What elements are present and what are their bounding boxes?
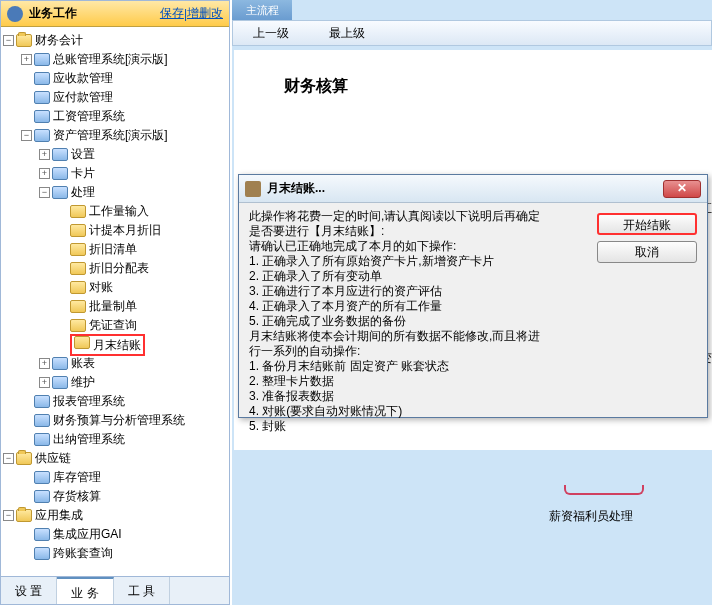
expand-icon[interactable]: + (39, 377, 50, 388)
nav-tree: −财务会计 +总账管理系统[演示版] 应收款管理 应付款管理 工资管理系统 −资… (1, 27, 229, 569)
collapse-icon[interactable]: − (21, 130, 32, 141)
folder-icon (70, 319, 86, 332)
folder-icon (34, 471, 50, 484)
tree-node[interactable]: 对账 (89, 279, 113, 296)
nav-bar: 上一级 最上级 (232, 20, 712, 46)
collapse-icon[interactable]: − (3, 35, 14, 46)
folder-icon (34, 395, 50, 408)
folder-icon (70, 243, 86, 256)
collapse-icon[interactable]: − (3, 510, 14, 521)
tree-node[interactable]: 应付款管理 (53, 89, 113, 106)
folder-icon (34, 433, 50, 446)
modify-link[interactable]: 增删改 (187, 5, 223, 22)
tree-node[interactable]: 库存管理 (53, 469, 101, 486)
sidebar: 业务工作 保存 | 增删改 −财务会计 +总账管理系统[演示版] 应收款管理 应… (0, 0, 230, 605)
folder-icon (52, 186, 68, 199)
tree-node[interactable]: 维护 (71, 374, 95, 391)
tree-node[interactable]: 处理 (71, 184, 95, 201)
tab-settings[interactable]: 设 置 (1, 577, 57, 604)
folder-icon (34, 72, 50, 85)
user-icon (7, 6, 23, 22)
folder-icon (34, 91, 50, 104)
tree-node[interactable]: 集成应用GAI (53, 526, 122, 543)
dialog-text: 此操作将花费一定的时间,请认真阅读以下说明后再确定 是否要进行【月末结账】: 请… (249, 209, 597, 434)
nav-top-button[interactable]: 最上级 (329, 25, 365, 42)
folder-open-icon (16, 509, 32, 522)
tree-node[interactable]: 跨账套查询 (53, 545, 113, 562)
tree-node[interactable]: 总账管理系统[演示版] (53, 51, 168, 68)
folder-open-icon (16, 452, 32, 465)
tree-node[interactable]: 资产管理系统[演示版] (53, 127, 168, 144)
tree-node[interactable]: 批量制单 (89, 298, 137, 315)
sidebar-header: 业务工作 保存 | 增删改 (1, 1, 229, 27)
tree-node[interactable]: 应收款管理 (53, 70, 113, 87)
sidebar-tabs: 设 置 业 务 工 具 (1, 576, 229, 604)
tree-node[interactable]: 存货核算 (53, 488, 101, 505)
tree-node[interactable]: 账表 (71, 355, 95, 372)
tree-node[interactable]: 财务会计 (35, 32, 83, 49)
folder-icon (52, 167, 68, 180)
tree-node[interactable]: 工资管理系统 (53, 108, 125, 125)
collapse-icon[interactable]: − (3, 453, 14, 464)
tree-node[interactable]: 供应链 (35, 450, 71, 467)
folder-icon (34, 129, 50, 142)
highlighted-node: 月末结账 (70, 334, 145, 356)
folder-icon (70, 281, 86, 294)
label-text: 薪资福利员处理 (549, 508, 633, 525)
tree-node[interactable]: 凭证查询 (89, 317, 137, 334)
tree-node[interactable]: 折旧分配表 (89, 260, 149, 277)
expand-icon[interactable]: + (39, 358, 50, 369)
folder-icon (70, 205, 86, 218)
start-button[interactable]: 开始结账 (597, 213, 697, 235)
cancel-button[interactable]: 取消 (597, 241, 697, 263)
folder-icon (70, 300, 86, 313)
dialog-icon (245, 181, 261, 197)
folder-icon (70, 262, 86, 275)
folder-icon (34, 528, 50, 541)
folder-icon (52, 148, 68, 161)
tree-node-month-end[interactable]: 月末结账 (93, 338, 141, 352)
expand-icon[interactable]: + (39, 168, 50, 179)
tree-node[interactable]: 出纳管理系统 (53, 431, 125, 448)
collapse-icon[interactable]: − (39, 187, 50, 198)
folder-icon (34, 414, 50, 427)
expand-icon[interactable]: + (21, 54, 32, 65)
folder-icon (70, 224, 86, 237)
tree-node[interactable]: 折旧清单 (89, 241, 137, 258)
folder-icon (52, 357, 68, 370)
folder-icon (34, 490, 50, 503)
folder-open-icon (16, 34, 32, 47)
tab-tools[interactable]: 工 具 (114, 577, 170, 604)
folder-icon (52, 376, 68, 389)
folder-icon (34, 110, 50, 123)
nav-up-button[interactable]: 上一级 (253, 25, 289, 42)
page-title: 财务核算 (284, 76, 712, 97)
dialog-title: 月末结账... (267, 180, 663, 197)
dialog-body: 此操作将花费一定的时间,请认真阅读以下说明后再确定 是否要进行【月末结账】: 请… (239, 203, 707, 440)
folder-icon (34, 53, 50, 66)
tab-business[interactable]: 业 务 (57, 577, 113, 604)
sidebar-title: 业务工作 (29, 5, 160, 22)
tree-node[interactable]: 应用集成 (35, 507, 83, 524)
tree-node[interactable]: 工作量输入 (89, 203, 149, 220)
dialog-titlebar[interactable]: 月末结账... ✕ (239, 175, 707, 203)
expand-icon[interactable]: + (39, 149, 50, 160)
folder-icon (74, 336, 90, 349)
tree-node[interactable]: 报表管理系统 (53, 393, 125, 410)
save-link[interactable]: 保存 (160, 5, 184, 22)
top-tab[interactable]: 主流程 (232, 0, 292, 20)
month-end-dialog: 月末结账... ✕ 此操作将花费一定的时间,请认真阅读以下说明后再确定 是否要进… (238, 174, 708, 418)
close-button[interactable]: ✕ (663, 180, 701, 198)
dialog-buttons: 开始结账 取消 (597, 209, 697, 434)
folder-icon (34, 547, 50, 560)
label-box (564, 485, 644, 495)
tree-node[interactable]: 计提本月折旧 (89, 222, 161, 239)
tree-node[interactable]: 设置 (71, 146, 95, 163)
tree-node[interactable]: 财务预算与分析管理系统 (53, 412, 185, 429)
tree-node[interactable]: 卡片 (71, 165, 95, 182)
